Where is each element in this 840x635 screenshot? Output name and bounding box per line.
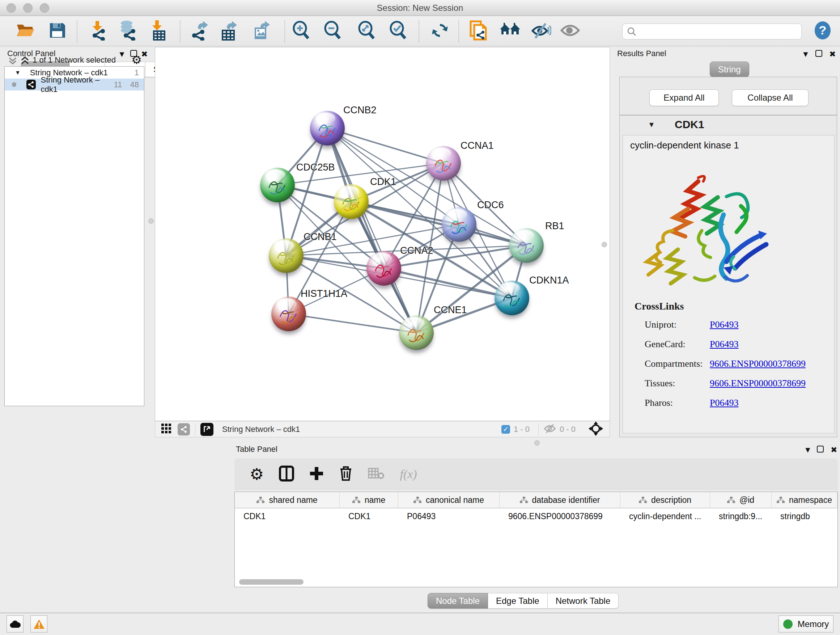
tab-edge-table[interactable]: Edge Table	[488, 593, 548, 608]
node-label-CDC25B: CDC25B	[296, 162, 335, 173]
gene-disclosure-icon[interactable]: ▼	[648, 120, 655, 129]
window-title: Session: New Session	[0, 3, 840, 13]
show-columns-icon[interactable]	[279, 466, 294, 483]
node-CCNB1[interactable]	[269, 238, 303, 273]
results-panel-menu-icon[interactable]: ▼	[802, 50, 810, 58]
node-CDC6[interactable]	[442, 207, 477, 242]
column-header-name[interactable]: name	[340, 492, 398, 508]
column-header-database-identifier[interactable]: database identifier	[500, 492, 621, 508]
crosslink-link[interactable]: P06493	[710, 397, 738, 408]
node-structure-thumbnail	[501, 290, 523, 311]
gene-section-header[interactable]: ▼ CDK1	[620, 116, 837, 135]
import-table-from-file-icon[interactable]	[149, 20, 167, 42]
tab-network-table[interactable]: Network Table	[548, 593, 619, 608]
edge-HIST1H1A-CCNE1[interactable]	[289, 314, 416, 333]
network-options-gear-icon[interactable]: ⚙	[131, 53, 142, 67]
node-RB1[interactable]	[509, 228, 544, 263]
warnings-button[interactable]	[30, 616, 47, 632]
node-CDKN1A[interactable]	[494, 280, 529, 315]
cloud-icon	[10, 620, 21, 628]
network-loaded-dot	[12, 82, 16, 87]
crosslink-row-pharos: Pharos:P06493	[645, 397, 738, 409]
copy-network-icon[interactable]	[469, 20, 488, 42]
node-CDK1[interactable]	[334, 184, 369, 219]
export-image-icon[interactable]	[253, 20, 271, 42]
collection-disclosure-icon[interactable]: ▼	[15, 70, 21, 76]
grid-view-icon[interactable]	[161, 423, 172, 435]
network-node-count: 11	[114, 80, 122, 89]
cloud-button[interactable]	[6, 616, 24, 632]
column-header-canonical-name[interactable]: canonical name	[398, 492, 500, 508]
node-HIST1H1A[interactable]	[271, 296, 306, 331]
first-neighbors-icon[interactable]	[499, 21, 521, 41]
zoom-selected-icon[interactable]	[389, 21, 408, 42]
node-CCNB2[interactable]	[310, 111, 345, 146]
horizontal-splitter-handle[interactable]	[534, 440, 540, 446]
table-cell: cyclin-dependent ...	[621, 508, 710, 524]
memory-button[interactable]: Memory	[778, 616, 834, 632]
network-canvas[interactable]: CCNB2CCNA1CDC25BCDK1CDC6RB1CCNB1CCNA2CDK…	[155, 47, 610, 421]
add-column-icon[interactable]	[309, 466, 324, 482]
zoom-in-icon[interactable]	[292, 21, 311, 42]
crosslink-link[interactable]: 9606.ENSP00000378699	[710, 378, 806, 388]
help-icon[interactable]: ?	[814, 21, 831, 41]
column-header-label: shared name	[269, 495, 317, 505]
delete-table-icon[interactable]	[368, 467, 385, 481]
network-edge-count: 48	[130, 80, 139, 89]
node-CCNA2[interactable]	[366, 251, 401, 286]
zoom-fit-icon[interactable]	[357, 21, 376, 42]
node-label-CCNB1: CCNB1	[303, 231, 337, 242]
crosslink-link[interactable]: 9606.ENSP00000378699	[710, 358, 806, 369]
toolbar-separator	[180, 21, 180, 42]
expand-all-button[interactable]: Expand All	[649, 89, 719, 106]
network-row-selected[interactable]: String Network – cdk1 11 48	[5, 79, 144, 90]
hide-selected-icon[interactable]	[531, 21, 551, 41]
fit-content-crosshair-icon[interactable]	[589, 421, 603, 437]
table-settings-gear-icon[interactable]: ⚙	[249, 466, 264, 482]
node-label-HIST1H1A: HIST1H1A	[301, 288, 347, 299]
save-session-icon[interactable]	[49, 22, 66, 41]
node-label-RB1: RB1	[545, 220, 564, 232]
export-table-icon[interactable]	[219, 20, 238, 42]
node-CCNA1[interactable]	[426, 146, 461, 181]
export-network-icon[interactable]	[190, 20, 209, 42]
crosslink-link[interactable]: P06493	[710, 339, 738, 349]
crosslink-link[interactable]: P06493	[710, 319, 738, 330]
tab-node-table[interactable]: Node Table	[428, 593, 488, 608]
node-structure-thumbnail	[278, 306, 299, 327]
table-panel-float-icon[interactable]	[817, 446, 824, 454]
search-input[interactable]	[622, 24, 802, 40]
column-header-namespace[interactable]: namespace	[772, 492, 837, 508]
delete-column-icon[interactable]	[339, 466, 353, 483]
node-CDC25B[interactable]	[260, 168, 295, 203]
table-panel-menu-icon[interactable]: ▼	[804, 446, 812, 454]
column-header-description[interactable]: description	[621, 492, 710, 508]
edge-CCNB2-CCNE1[interactable]	[327, 128, 416, 333]
column-header-@id[interactable]: @id	[710, 492, 772, 508]
selected-checkbox-icon[interactable]: ✓	[501, 425, 510, 434]
tab-string[interactable]: String	[710, 62, 749, 77]
table-cell: P06493	[398, 508, 500, 524]
network-icon-badge[interactable]	[178, 423, 190, 435]
open-file-icon[interactable]	[16, 22, 35, 41]
birdseye-view-icon[interactable]	[201, 423, 213, 436]
table-cell: CDK1	[340, 508, 398, 524]
node-CCNE1[interactable]	[399, 315, 434, 350]
right-splitter-handle[interactable]	[602, 242, 607, 247]
table-panel-close-icon[interactable]: ✖	[831, 446, 837, 454]
collapse-all-button[interactable]: Collapse All	[732, 89, 808, 106]
table-row[interactable]: CDK1CDK1P064939606.ENSP00000378699cyclin…	[235, 508, 837, 524]
table-horizontal-scrollbar[interactable]	[239, 579, 303, 585]
left-splitter-handle[interactable]	[148, 218, 154, 224]
import-network-from-database-icon[interactable]	[117, 20, 137, 42]
results-panel-float-icon[interactable]	[815, 50, 822, 58]
refresh-view-icon[interactable]	[431, 21, 449, 41]
function-builder-icon[interactable]: f(x)	[400, 467, 417, 481]
results-panel-close-icon[interactable]: ✖	[829, 50, 836, 58]
edge-CCNB2-CCNA1[interactable]	[327, 128, 444, 163]
zoom-out-icon[interactable]	[324, 21, 342, 42]
show-all-icon[interactable]	[560, 22, 580, 40]
import-network-from-file-icon[interactable]	[88, 20, 107, 42]
column-header-shared-name[interactable]: shared name	[235, 492, 340, 508]
protein-structure-image	[634, 167, 778, 309]
